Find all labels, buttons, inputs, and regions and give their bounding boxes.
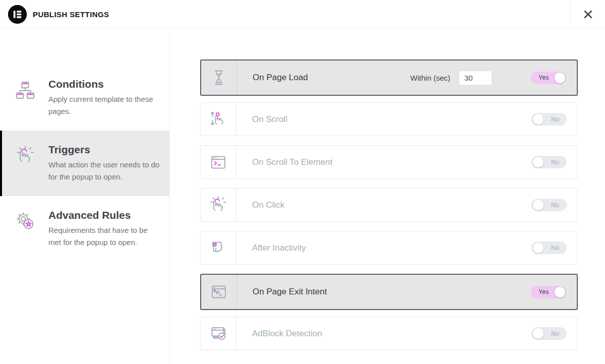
- conditions-sitemap-icon: [14, 79, 36, 101]
- sidebar-item-conditions[interactable]: ConditionsApply current template to thes…: [0, 65, 169, 131]
- triggers-list: On Page LoadWithin (sec)Yes On ScrollNo …: [170, 29, 605, 364]
- sidebar-item-advanced-rules[interactable]: Advanced RulesRequirements that have to …: [0, 196, 169, 262]
- trigger-toggle-no[interactable]: No: [531, 156, 567, 168]
- trigger-toggle-no[interactable]: No: [531, 199, 567, 211]
- inactivity-hand-icon: [201, 231, 236, 264]
- adblock-icon: [201, 317, 236, 350]
- sidebar-item-triggers[interactable]: TriggersWhat action the user needs to do…: [0, 131, 169, 196]
- toggle-knob: [533, 242, 543, 253]
- trigger-toggle-no[interactable]: No: [531, 327, 567, 340]
- trigger-controls: No: [531, 199, 577, 211]
- hourglass-icon: [201, 60, 237, 95]
- sidebar: ConditionsApply current template to thes…: [0, 29, 170, 364]
- sidebar-item-title: Conditions: [48, 78, 160, 90]
- sidebar-item-title: Triggers: [48, 144, 160, 156]
- toggle-knob: [533, 157, 543, 167]
- toggle-state-label: No: [551, 116, 559, 123]
- sidebar-item-text: Advanced RulesRequirements that have to …: [48, 209, 160, 249]
- trigger-label: AdBlock Detection: [252, 329, 322, 339]
- trigger-row-on-scroll-to-element[interactable]: On Scroll To ElementNo: [200, 145, 578, 179]
- sidebar-item-title: Advanced Rules: [48, 209, 160, 221]
- sidebar-item-description: Apply current template to these pages.: [48, 93, 160, 117]
- page-title: PUBLISH SETTINGS: [33, 10, 109, 19]
- trigger-row-on-page-exit-intent[interactable]: On Page Exit IntentYes: [200, 274, 578, 310]
- toggle-state-label: No: [551, 202, 559, 209]
- toggle-knob: [555, 287, 565, 297]
- trigger-controls: No: [531, 113, 577, 126]
- trigger-controls: No: [531, 156, 577, 168]
- element-terminal-icon: [201, 146, 236, 178]
- trigger-label: On Page Load: [253, 73, 308, 83]
- sidebar-item-description: What action the user needs to do for the…: [48, 159, 160, 183]
- toggle-knob: [533, 200, 543, 210]
- trigger-toggle-yes[interactable]: Yes: [531, 286, 566, 298]
- toggle-state-label: No: [551, 330, 559, 337]
- sidebar-item-description: Requirements that have to be met for the…: [48, 224, 160, 249]
- toggle-state-label: No: [551, 159, 559, 166]
- trigger-toggle-no[interactable]: No: [531, 241, 567, 254]
- trigger-label: On Page Exit Intent: [253, 287, 327, 297]
- elementor-logo: [8, 5, 27, 24]
- toggle-knob: [533, 328, 543, 339]
- sidebar-item-text: TriggersWhat action the user needs to do…: [48, 144, 160, 183]
- dialog-header: PUBLISH SETTINGS: [0, 0, 605, 29]
- toggle-knob: [555, 73, 565, 83]
- sidebar-item-text: ConditionsApply current template to thes…: [48, 78, 160, 117]
- gear-star-icon: [14, 210, 36, 232]
- close-icon: [583, 10, 593, 19]
- exit-intent-icon: [201, 275, 237, 309]
- trigger-toggle-no[interactable]: No: [531, 113, 567, 126]
- trigger-row-adblock-detection[interactable]: AdBlock DetectionNo: [200, 317, 578, 350]
- scroll-hand-icon: [201, 103, 236, 136]
- trigger-label: After Inactivity: [252, 243, 306, 253]
- trigger-row-on-page-load[interactable]: On Page LoadWithin (sec)Yes: [200, 59, 578, 96]
- trigger-label: On Scroll: [252, 114, 287, 125]
- trigger-row-after-inactivity[interactable]: After InactivityNo: [200, 231, 578, 265]
- toggle-knob: [533, 114, 543, 125]
- toggle-state-label: No: [551, 245, 559, 252]
- trigger-controls: Within (sec)Yes: [410, 71, 577, 85]
- trigger-controls: No: [531, 241, 577, 254]
- toggle-state-label: Yes: [538, 74, 549, 81]
- trigger-label: On Click: [252, 200, 284, 210]
- trigger-controls: No: [531, 327, 577, 340]
- trigger-row-on-scroll[interactable]: On ScrollNo: [200, 102, 578, 136]
- trigger-label: On Scroll To Element: [252, 157, 332, 167]
- click-hand-icon: [201, 189, 236, 221]
- within-sec-input[interactable]: [459, 71, 492, 85]
- trigger-row-on-click[interactable]: On ClickNo: [200, 188, 578, 222]
- trigger-controls: Yes: [531, 286, 577, 298]
- click-hand-icon: [14, 145, 36, 167]
- trigger-toggle-yes[interactable]: Yes: [531, 72, 566, 84]
- within-sec-label: Within (sec): [410, 74, 450, 82]
- close-button[interactable]: [571, 0, 605, 28]
- toggle-state-label: Yes: [538, 288, 549, 295]
